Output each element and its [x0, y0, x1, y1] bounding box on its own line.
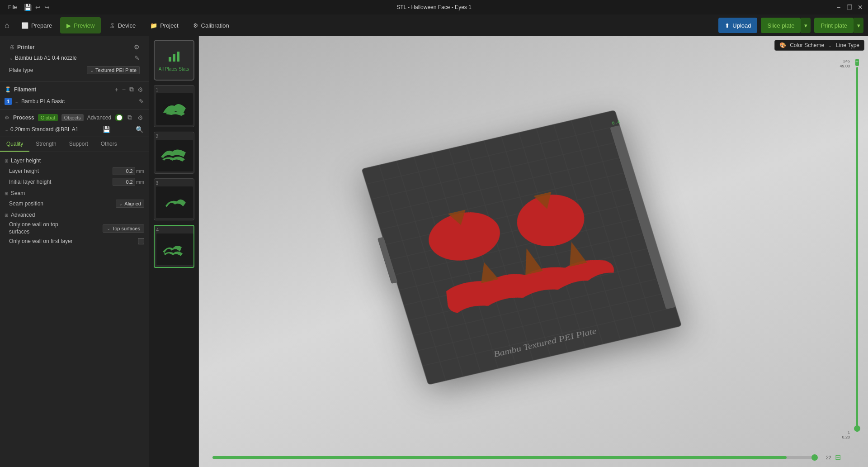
seam-position-row: Seam position ⌄ Aligned: [5, 198, 144, 209]
advanced-group-header[interactable]: ⊞ Advanced: [5, 209, 144, 220]
color-scheme-bar: 🎨 Color Scheme ⌄ Line Type: [774, 40, 864, 51]
advanced-process-label: Advanced: [87, 114, 111, 121]
project-icon: 📁: [150, 22, 157, 29]
one-wall-first-checkbox[interactable]: [138, 238, 144, 244]
layer-height-label: Layer height: [9, 168, 113, 174]
progress-handle[interactable]: [811, 454, 818, 461]
device-nav-button[interactable]: 🖨 Device: [103, 17, 142, 33]
filament-edit-icon[interactable]: ✎: [139, 98, 144, 105]
printer-section-label: Printer: [14, 44, 134, 50]
advanced-toggle[interactable]: [115, 114, 123, 121]
layer-height-input[interactable]: [113, 167, 135, 175]
print-button[interactable]: Print plate: [814, 18, 854, 33]
vertical-slider[interactable]: 245 49.00 + 1 0.20: [852, 59, 863, 440]
slider-add-button[interactable]: +: [855, 59, 859, 66]
color-scheme-value: Line Type: [836, 42, 859, 48]
calibration-nav-button[interactable]: ⚙ Calibration: [187, 17, 236, 33]
filament-add-button[interactable]: +: [114, 85, 119, 94]
top-navigation: ⌂ ⬜ Prepare ▶ Preview 🖨 Device 📁 Project…: [0, 14, 868, 36]
filament-section-label: Filament: [11, 86, 114, 93]
svg-rect-1: [173, 54, 175, 62]
plate-item-3[interactable]: 3: [154, 178, 194, 220]
slice-button[interactable]: Slice plate: [761, 18, 801, 33]
preview-nav-button[interactable]: ▶ Preview: [60, 17, 101, 33]
all-plates-label: All Plates Stats: [159, 67, 189, 72]
svg-rect-2: [177, 52, 179, 62]
slider-handle[interactable]: [854, 425, 860, 432]
preview-icon: ▶: [66, 22, 71, 29]
prepare-nav-button[interactable]: ⬜ Prepare: [15, 17, 58, 33]
slider-track: [856, 67, 858, 432]
initial-layer-height-row: Initial layer height mm: [5, 176, 144, 187]
process-settings-button[interactable]: ⚙: [137, 113, 144, 122]
redo-icon[interactable]: ↪: [44, 4, 50, 11]
tab-support[interactable]: Support: [63, 137, 94, 152]
filament-header: 🧵 Filament + − ⧉ ⚙: [5, 85, 144, 94]
plate-type-row: Plate type ⌄ Textured PEI Plate: [5, 64, 144, 78]
top-right-actions: ⬆ Upload Slice plate ▾ Print plate ▾: [718, 18, 863, 33]
filament-section-icon: 🧵: [5, 86, 11, 93]
tab-strength[interactable]: Strength: [29, 137, 62, 152]
minimize-button[interactable]: −: [835, 4, 842, 10]
process-preset-row: ⌄ 0.20mm Standard @BBL A1 💾 🔍: [5, 125, 144, 134]
filament-remove-button[interactable]: −: [121, 85, 127, 94]
undo-icon[interactable]: ↩: [35, 4, 41, 11]
viewport[interactable]: 🎨 Color Scheme ⌄ Line Type: [199, 36, 868, 467]
seam-position-dropdown[interactable]: ⌄ Aligned: [116, 200, 144, 208]
close-button[interactable]: ✕: [857, 4, 863, 10]
preset-save-button[interactable]: 💾: [102, 125, 111, 134]
settings-area: ⊞ Layer height Layer height mm Initial l…: [0, 152, 149, 248]
printer-edit-icon[interactable]: ✎: [134, 54, 140, 62]
maximize-button[interactable]: ❐: [846, 4, 853, 10]
filament-name: Bambu PLA Basic: [21, 98, 136, 105]
plates-column: All Plates Stats 1 2: [149, 36, 199, 467]
slice-dropdown-arrow[interactable]: ▾: [801, 18, 811, 33]
upload-button[interactable]: ⬆ Upload: [718, 18, 757, 33]
plate-1-num: 1: [156, 87, 192, 92]
main-content: 🖨 Printer ⚙ ⌄ Bambu Lab A1 0.4 nozzle ✎ …: [0, 36, 868, 467]
filament-section: 🧵 Filament + − ⧉ ⚙ 1 ⌄ Bambu PLA Basic ✎: [0, 82, 149, 110]
seam-group-header[interactable]: ⊞ Seam: [5, 187, 144, 198]
all-plates-stats-button[interactable]: All Plates Stats: [154, 40, 194, 81]
print-dropdown-arrow[interactable]: ▾: [854, 18, 863, 33]
printer-section: 🖨 Printer ⚙ ⌄ Bambu Lab A1 0.4 nozzle ✎ …: [0, 36, 149, 82]
tab-others[interactable]: Others: [94, 137, 123, 152]
preset-search-button[interactable]: 🔍: [135, 125, 144, 134]
progress-track[interactable]: [212, 456, 817, 459]
seam-group-icon: ⊞: [5, 191, 8, 196]
process-copy-button[interactable]: ⧉: [127, 113, 133, 122]
plate-type-dropdown[interactable]: ⌄ Textured PEI Plate: [87, 66, 140, 74]
tab-quality[interactable]: Quality: [0, 137, 29, 152]
home-button[interactable]: ⌂: [5, 21, 9, 30]
progress-value: 22: [821, 455, 831, 460]
filament-copy-button[interactable]: ⧉: [128, 85, 135, 94]
initial-layer-height-value: mm: [113, 178, 144, 186]
filament-actions: + − ⧉ ⚙: [114, 85, 144, 94]
toggle-knob: [117, 115, 122, 120]
filament-settings-button[interactable]: ⚙: [137, 85, 144, 94]
global-badge[interactable]: Global: [38, 114, 58, 121]
plate-item-1[interactable]: 1: [154, 85, 194, 127]
seam-position-value: Aligned: [124, 201, 141, 206]
print-bed-area: 0.4 Bambu Textured PEI Plate: [199, 54, 845, 444]
plate-item-2[interactable]: 2: [154, 132, 194, 174]
one-wall-top-dropdown[interactable]: ⌄ Top surfaces: [103, 224, 144, 233]
slider-bottom-label: 1 0.20: [842, 430, 850, 440]
print-action-group: Print plate ▾: [814, 18, 863, 33]
layer-height-group-header[interactable]: ⊞ Layer height: [5, 155, 144, 166]
prepare-icon: ⬜: [21, 22, 28, 29]
file-menu[interactable]: File: [5, 3, 20, 11]
initial-layer-height-input[interactable]: [113, 178, 135, 186]
process-section: ⚙ Process Global Objects Advanced ⧉ ⚙ ⌄ …: [0, 110, 149, 137]
filament-row: 1 ⌄ Bambu PLA Basic ✎: [5, 97, 144, 107]
one-wall-first-label: Only one wall on first layer: [9, 238, 135, 244]
plate-item-4[interactable]: 4: [154, 225, 194, 268]
printer-settings-icon[interactable]: ⚙: [134, 43, 140, 51]
slider-top-label: 245 49.00: [840, 59, 850, 69]
layers-icon[interactable]: ⊟: [835, 453, 841, 462]
printer-header: 🖨 Printer ⚙: [5, 40, 144, 54]
objects-badge[interactable]: Objects: [61, 114, 84, 121]
project-nav-button[interactable]: 📁 Project: [144, 17, 184, 33]
plate-4-num: 4: [156, 228, 192, 233]
plate-2-thumbnail: [156, 140, 193, 172]
